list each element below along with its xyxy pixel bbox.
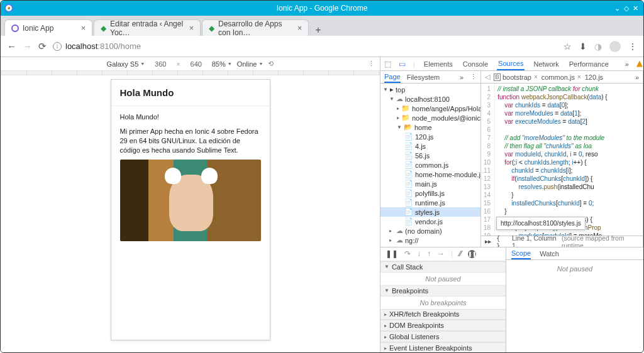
device-height[interactable]: 640 (186, 60, 207, 68)
navigator-tab-filesystem[interactable]: Filesystem (407, 73, 440, 81)
tree-file[interactable]: 📄120.js (380, 132, 480, 141)
window-controls: ⌄ ◇ ✕ (614, 4, 638, 13)
address-bar: ← → ⟳ i localhost:8100/home ☆ ⬇ ◑ ⋮ (1, 36, 643, 57)
debugger-panes: ❚❚ ↷ ↓ ↑ → | ⁄⁄ ❚❚ ▼Call Stack Not pause… (380, 247, 643, 353)
maximize-icon[interactable]: ◇ (624, 4, 629, 13)
section-xhr[interactable]: ▸XHR/fetch Breakpoints (380, 309, 506, 320)
browser-tab[interactable]: ◆ Editar entrada ‹ Angel Yoc… × (94, 19, 201, 36)
ruler (1, 71, 380, 75)
tree-file[interactable]: 📄styles.js (380, 207, 480, 217)
file-tooltip: http://localhost:8100/styles.js (496, 217, 586, 230)
browser-tab[interactable]: Ionic App × (4, 19, 92, 36)
tree-file[interactable]: 📄4.js (380, 141, 480, 151)
device-more-icon[interactable]: ⋮ (368, 60, 375, 68)
dim-x: × (176, 60, 180, 68)
editor-footer: ▶▶ { } Line 1, Column 1 (source mapped f… (481, 236, 643, 247)
close-icon[interactable]: ✕ (633, 4, 638, 13)
code-area[interactable]: 123456789101112131415161718192021222324 … (481, 84, 643, 236)
tree-node[interactable]: ▸☁(no domain) (380, 226, 480, 236)
step-into-button[interactable]: ↓ (417, 249, 421, 258)
warnings-badge[interactable]: 2 (636, 60, 643, 68)
rotate-icon[interactable]: ⟲ (268, 60, 274, 68)
tree-folder[interactable]: ▼📂home (380, 122, 480, 132)
tree-file[interactable]: 📄runtime.js (380, 198, 480, 207)
file-tree[interactable]: ▼▸top ▼☁localhost:8100 ▸📁home/angel/Apps… (380, 84, 480, 247)
tab-console[interactable]: Console (462, 60, 489, 68)
tab-performance[interactable]: Performance (568, 60, 610, 68)
toolbar-right: ☆ ⬇ ◑ ⋮ (564, 41, 637, 52)
ionic-favicon (11, 24, 19, 32)
site-info-icon[interactable]: i (53, 42, 62, 51)
browser-tab[interactable]: ◆ Desarrollo de Apps con Ion… × (202, 19, 309, 36)
tab-watch[interactable]: Watch (540, 250, 559, 258)
deactivate-breakpoints-button[interactable]: ⁄⁄ (459, 249, 462, 258)
url-port: :8100 (97, 41, 118, 51)
section-global[interactable]: ▸Global Listeners (380, 331, 506, 342)
tab-scope[interactable]: Scope (511, 249, 531, 259)
profile-avatar[interactable] (609, 41, 621, 52)
section-breakpoints[interactable]: ▼Breakpoints (380, 285, 506, 296)
inspect-icon[interactable]: ⬚ (384, 60, 391, 68)
section-event[interactable]: ▸Event Listener Breakpoints (380, 342, 506, 353)
device-toolbar: Galaxy S5▼ 360 × 640 85%▼ Online▼ ⟲ ⋮ (1, 57, 380, 71)
step-button[interactable]: → (437, 249, 445, 258)
app-description: Mi primer App hecha en Ionic 4 sobre Fed… (120, 127, 261, 155)
device-toggle-icon[interactable]: ▭ (399, 60, 406, 68)
network-select[interactable]: Online▼ (237, 60, 264, 68)
forward-button[interactable]: → (23, 41, 32, 52)
star-icon[interactable]: ☆ (564, 41, 572, 52)
tree-file[interactable]: 📄56.js (380, 151, 480, 160)
step-over-button[interactable]: ↷ (404, 249, 411, 258)
app-greeting: Hola Mundo! (120, 112, 261, 122)
download-icon[interactable]: ⬇ (579, 41, 587, 52)
tab-close-icon[interactable]: × (297, 24, 302, 33)
tree-file[interactable]: 📄home-home-module.js (380, 170, 480, 179)
tab-close-icon[interactable]: × (81, 24, 86, 33)
section-callstack[interactable]: ▼Call Stack (380, 261, 506, 273)
tab-sources[interactable]: Sources (497, 60, 525, 70)
editor-more-icon[interactable]: » (635, 73, 639, 81)
window-title: Ionic App - Google Chrome (277, 4, 368, 13)
editor-tab[interactable]: 🄱bootstrap× (494, 73, 538, 81)
editor-prev-icon[interactable]: ◁ (485, 73, 490, 81)
device-select[interactable]: Galaxy S5▼ (107, 60, 145, 68)
section-dom[interactable]: ▸DOM Breakpoints (380, 320, 506, 331)
tree-folder[interactable]: ▸📁node_modules/@ionic/angu… (380, 113, 480, 122)
menu-icon[interactable]: ⋮ (628, 41, 637, 52)
code-editor: ◁ 🄱bootstrap× common.js× 120.js » 123456… (481, 71, 643, 247)
device-width[interactable]: 360 (150, 60, 171, 68)
new-tab-button[interactable]: + (310, 24, 326, 36)
sourcemap-info: (source mapped from runtime (562, 234, 639, 247)
navigator-tab-page[interactable]: Page (384, 73, 401, 83)
devtools-more-icon[interactable]: » (625, 60, 629, 68)
extension-icon[interactable]: ◑ (594, 41, 602, 52)
reload-button[interactable]: ⟳ (38, 41, 47, 52)
tree-file[interactable]: 📄polyfills.js (380, 188, 480, 198)
url-field[interactable]: i localhost:8100/home (53, 41, 557, 51)
cursor-position: Line 1, Column 1 (512, 234, 557, 247)
navigator-more-icon[interactable]: » (460, 73, 464, 81)
pause-button[interactable]: ❚❚ (386, 249, 398, 258)
tree-file[interactable]: 📄common.js (380, 160, 480, 170)
tree-file[interactable]: 📄main.js (380, 179, 480, 188)
tab-elements[interactable]: Elements (423, 60, 454, 68)
pause-on-exceptions-button[interactable]: ❚❚ (468, 250, 476, 258)
zoom-select[interactable]: 85%▼ (212, 60, 232, 68)
url-host: localhost (65, 41, 97, 51)
step-out-button[interactable]: ↑ (427, 249, 431, 258)
callstack-empty: Not paused (380, 273, 506, 285)
back-button[interactable]: ← (7, 41, 16, 52)
tree-folder[interactable]: ▸📁home/angel/Apps/HolaMund… (380, 104, 480, 113)
minimize-icon[interactable]: ⌄ (614, 4, 620, 13)
window-titlebar: Ionic App - Google Chrome ⌄ ◇ ✕ (1, 1, 643, 16)
navigator-menu-icon[interactable]: ⋮ (470, 73, 477, 81)
editor-tab[interactable]: 120.js (585, 73, 603, 81)
tree-file[interactable]: 📄vendor.js (380, 217, 480, 226)
tab-network[interactable]: Network (532, 60, 560, 68)
tab-label: Ionic App (23, 24, 53, 33)
devtools-tabs: ⬚ ▭ | Elements Console Sources Network P… (380, 57, 643, 71)
tab-close-icon[interactable]: × (189, 24, 194, 33)
tree-node[interactable]: ▸☁ng:// (380, 236, 480, 245)
format-icon[interactable]: { } (496, 234, 507, 247)
editor-tab[interactable]: common.js× (541, 73, 581, 81)
